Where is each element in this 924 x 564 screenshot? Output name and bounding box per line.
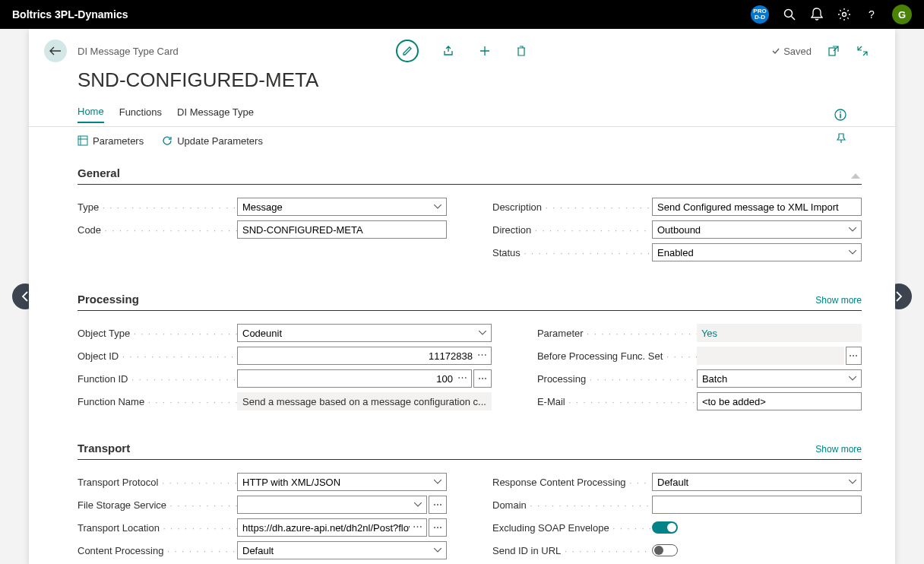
user-avatar[interactable]: G <box>892 5 912 24</box>
field-response-processing: Response Content Processing Default <box>492 471 862 493</box>
svg-rect-7 <box>840 113 841 118</box>
object-id-label: Object ID <box>78 350 237 362</box>
field-direction: Direction Outbound <box>492 218 862 241</box>
type-select[interactable]: Message <box>237 198 447 216</box>
svg-rect-4 <box>829 48 835 55</box>
object-type-label: Object Type <box>78 328 237 339</box>
notifications-icon[interactable] <box>810 8 824 21</box>
saved-label: Saved <box>783 46 812 57</box>
section-processing-title: Processing <box>78 293 139 306</box>
popout-icon[interactable] <box>827 44 840 58</box>
description-label: Description <box>492 201 652 213</box>
section-transport-title: Transport <box>78 442 130 455</box>
share-icon[interactable] <box>441 44 455 58</box>
function-id-lookup-button[interactable]: ⋯ <box>473 369 492 388</box>
back-button[interactable] <box>44 40 67 62</box>
action-update-parameters-label: Update Parameters <box>177 135 263 147</box>
domain-input[interactable] <box>652 496 862 514</box>
before-processing-lookup-button[interactable]: ⋯ <box>846 347 862 365</box>
excl-soap-toggle[interactable] <box>652 521 678 534</box>
action-parameters-label: Parameters <box>93 135 144 147</box>
description-input[interactable] <box>652 198 862 216</box>
code-input[interactable] <box>237 220 447 239</box>
content-processing-label: Content Processing <box>78 545 237 556</box>
direction-label: Direction <box>492 224 652 236</box>
edit-button[interactable] <box>396 40 419 62</box>
field-email: E-Mail <box>537 390 862 413</box>
location-input[interactable] <box>237 518 427 537</box>
object-id-input[interactable] <box>237 347 492 365</box>
status-select[interactable]: Enabled <box>652 243 862 261</box>
file-storage-lookup-button[interactable]: ⋯ <box>429 496 447 514</box>
general-grid: Type Message Code Description <box>78 195 862 264</box>
svg-point-2 <box>843 13 846 17</box>
field-transport-protocol: Transport Protocol HTTP with XML/JSON <box>78 471 447 493</box>
parameter-value[interactable]: Yes <box>697 324 862 342</box>
before-processing-label: Before Processing Func. Set <box>537 350 697 362</box>
content-processing-select[interactable]: Default <box>237 541 447 559</box>
delete-icon[interactable] <box>514 44 528 58</box>
direction-select[interactable]: Outbound <box>652 220 862 239</box>
field-send-id: Send ID in URL <box>492 539 862 562</box>
topbar: Boltrics 3PL-Dynamics PRO D-D ? G <box>0 0 924 29</box>
function-id-input[interactable] <box>237 369 472 388</box>
domain-label: Domain <box>492 499 652 511</box>
field-type: Type Message <box>78 195 447 218</box>
response-processing-select[interactable]: Default <box>652 473 862 491</box>
parameters-icon <box>78 135 88 146</box>
tab-functions[interactable]: Functions <box>119 106 162 122</box>
file-storage-select[interactable] <box>237 496 427 514</box>
action-update-parameters[interactable]: Update Parameters <box>162 135 263 147</box>
field-before-processing: Before Processing Func. Set ⋯ <box>537 344 862 367</box>
processing-select[interactable]: Batch <box>697 369 862 388</box>
email-input[interactable] <box>697 392 862 410</box>
workspace: DI Message Type Card Saved <box>0 29 924 564</box>
protocol-label: Transport Protocol <box>78 477 237 488</box>
send-id-label: Send ID in URL <box>492 545 652 556</box>
send-id-toggle[interactable] <box>652 544 678 556</box>
field-domain: Domain <box>492 493 862 516</box>
section-processing-header[interactable]: Processing Show more <box>78 285 862 311</box>
help-icon[interactable]: ? <box>865 8 878 21</box>
section-transport-header[interactable]: Transport Show more <box>78 434 862 460</box>
card-type-label: DI Message Type Card <box>78 46 179 57</box>
svg-point-6 <box>840 111 841 112</box>
email-label: E-Mail <box>537 396 697 407</box>
field-status: Status Enabled <box>492 241 862 264</box>
section-general-header[interactable]: General <box>78 159 862 185</box>
svg-rect-8 <box>78 136 87 145</box>
search-icon[interactable] <box>783 8 796 21</box>
center-actions <box>396 40 528 62</box>
function-name-label: Function Name <box>78 396 237 407</box>
settings-icon[interactable] <box>837 8 851 21</box>
svg-line-1 <box>792 17 796 21</box>
status-label: Status <box>492 247 652 258</box>
field-object-type: Object Type Codeunit <box>78 322 492 344</box>
processing-label: Processing <box>537 373 697 385</box>
environment-badge[interactable]: PRO D-D <box>751 5 769 24</box>
tab-home[interactable]: Home <box>78 106 104 123</box>
info-icon[interactable] <box>834 109 846 121</box>
new-icon[interactable] <box>478 44 492 58</box>
field-file-storage: File Storage Service ⋯ <box>78 493 447 516</box>
refresh-icon <box>162 135 172 146</box>
file-storage-label: File Storage Service <box>78 499 237 511</box>
action-row: Parameters Update Parameters <box>29 127 895 154</box>
tabs-row: Home Functions DI Message Type <box>29 103 895 127</box>
collapse-icon[interactable] <box>856 44 869 58</box>
location-label: Transport Location <box>78 522 237 534</box>
tab-di-message-type[interactable]: DI Message Type <box>177 106 254 122</box>
topbar-right: PRO D-D ? G <box>751 5 912 24</box>
action-parameters[interactable]: Parameters <box>78 135 144 147</box>
function-id-label: Function ID <box>78 373 237 385</box>
processing-show-more[interactable]: Show more <box>815 295 862 306</box>
transport-show-more[interactable]: Show more <box>815 444 862 455</box>
pin-icon[interactable] <box>836 133 846 144</box>
protocol-select[interactable]: HTTP with XML/JSON <box>237 473 447 491</box>
scroll-up-indicator[interactable] <box>851 173 860 179</box>
location-lookup-button[interactable]: ⋯ <box>429 518 447 537</box>
object-type-select[interactable]: Codeunit <box>237 324 492 342</box>
scroll-area[interactable]: General Type Message Code <box>29 154 895 564</box>
field-transport-location: Transport Location ⋯ <box>78 516 447 539</box>
saved-indicator: Saved <box>771 46 812 57</box>
